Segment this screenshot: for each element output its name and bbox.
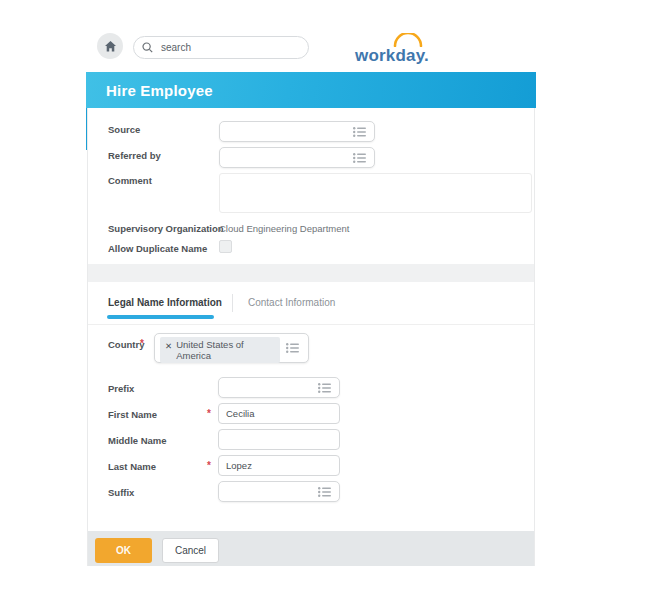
allow-duplicate-checkbox[interactable] [219,240,232,253]
middle-name-label: Middle Name [108,435,167,446]
remove-country-icon[interactable]: ✕ [165,341,172,351]
prompt-icon[interactable] [285,342,301,354]
first-name-required-marker: * [207,408,211,419]
source-label: Source [108,124,140,135]
prefix-field[interactable] [218,377,340,398]
first-name-label: First Name [108,409,157,420]
prompt-icon[interactable] [352,152,368,164]
country-field[interactable]: ✕ United States of America [154,333,309,363]
referred-by-field[interactable] [219,147,375,168]
search-bar [133,36,309,59]
comment-textarea[interactable] [219,173,532,213]
last-name-required-marker: * [207,460,211,471]
workday-logo-text: workday. [355,46,429,66]
footer-bar: OK Cancel [88,531,534,566]
tab-legal-name-information[interactable]: Legal Name Information [108,297,222,308]
comment-label: Comment [108,175,152,186]
country-required-marker: * [140,338,144,349]
tab-contact-information[interactable]: Contact Information [248,297,335,308]
prompt-icon[interactable] [317,486,333,498]
page-title: Hire Employee [106,82,213,99]
home-icon [104,40,117,53]
prompt-icon[interactable] [352,126,368,138]
supervisory-organization-label: Supervisory Organization [108,223,224,234]
supervisory-organization-value: Cloud Engineering Department [219,223,349,234]
suffix-label: Suffix [108,487,134,498]
country-selected-value: United States of America [176,339,275,361]
referred-by-label: Referred by [108,150,161,161]
search-icon [142,42,153,53]
search-input[interactable] [159,41,289,54]
last-name-label: Last Name [108,461,156,472]
page: workday. Hire Employee Source Referred b… [0,0,658,600]
last-name-input[interactable] [218,455,340,476]
first-name-input[interactable] [218,403,340,424]
ok-button[interactable]: OK [95,538,152,563]
prompt-icon[interactable] [317,382,333,394]
tab-divider [232,294,233,312]
cancel-button[interactable]: Cancel [162,538,219,563]
country-label: Country [108,339,144,350]
prefix-label: Prefix [108,383,134,394]
form-panel: Source Referred by [87,108,535,566]
country-selected-chip: ✕ United States of America [160,337,280,363]
home-button[interactable] [97,33,123,59]
tab-row-border [88,324,534,325]
source-field[interactable] [219,121,375,142]
suffix-field[interactable] [218,481,340,502]
section-separator [88,264,534,282]
middle-name-input[interactable] [218,429,340,450]
title-banner: Hire Employee [86,72,536,108]
active-tab-underline [107,315,214,319]
workday-logo: workday. [353,32,453,68]
allow-duplicate-name-label: Allow Duplicate Name [108,243,207,254]
workday-arc-icon [393,33,423,47]
